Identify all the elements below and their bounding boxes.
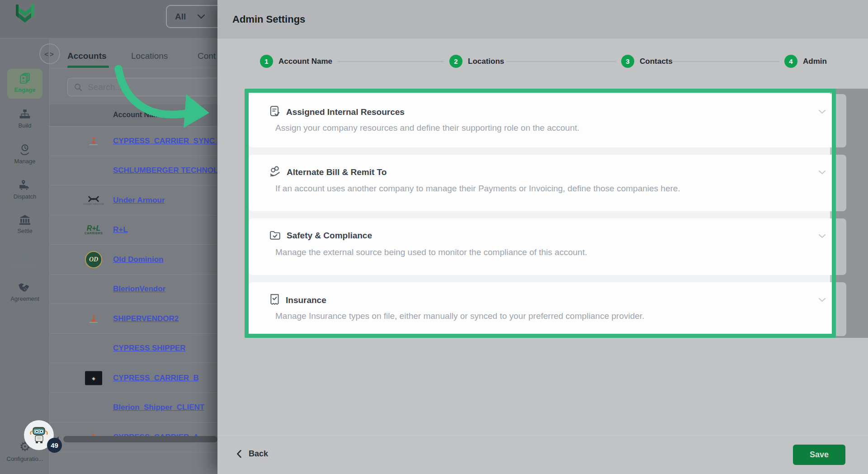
sidebar-item-label: Dispatch [14,193,37,200]
step-connector [337,61,444,62]
footer-divider [217,435,868,436]
account-link: R+L [113,225,128,234]
truck-pin-icon [19,179,31,191]
highlight-dim-overlay [834,89,868,338]
annotation-arrow [104,58,217,137]
sidebar-item-dispatch[interactable]: Dispatch [0,179,50,200]
step-label: Contacts [640,57,673,66]
sidebar-item-manage[interactable]: Manage [0,144,50,165]
cypress-logo [88,137,99,146]
step-number: 1 [260,55,273,68]
sidebar-item-label: Manage [14,158,36,165]
step-number: 3 [621,55,634,68]
accounts-table: CYPRESS_CARRIER_SYNC_TE SCHLUMBERGER TEC… [50,127,217,474]
search-icon [74,83,82,91]
sidebar-item-build[interactable]: Build [0,109,50,129]
chart-growth-icon [19,248,31,260]
tab-accounts[interactable]: Accounts [67,47,107,65]
step-admin[interactable]: 4 Admin [784,55,827,68]
dark-square-logo: ◈ [85,371,102,385]
table-row[interactable]: Blerion_Shipper_CLIENT [50,393,217,422]
clock-hand-icon [19,144,31,156]
table-row[interactable]: R+L CARRIERS R+L [50,215,217,245]
account-link: SCHLUMBERGER TECHNOLO [113,166,217,175]
account-link: Blerion_Shipper_CLIENT [113,403,204,412]
account-link: Under Armour [113,196,165,205]
rl-carriers-logo: R+L CARRIERS [85,225,103,235]
account-link: CYPRESS SHIPPER [113,344,186,353]
step-number: 4 [784,55,797,68]
sidebar-item-label: Analytics [13,262,37,269]
filter-all-dropdown[interactable]: All [166,5,225,28]
mastery-m-logo-icon [15,5,35,28]
brand-logo[interactable] [15,5,35,28]
sidebar-item-label: Engage [14,86,36,93]
table-row[interactable]: UNDER ARMOUR Under Armour [50,186,217,215]
step-label: Account Name [278,57,332,66]
filter-all-label: All [175,12,186,22]
table-row[interactable]: ◈ CYPRESS_CARRIER_B [50,364,217,393]
robot-mascot-icon [28,425,49,446]
chevron-down-icon [198,14,205,19]
bank-icon [19,214,31,225]
annotation-highlight-box [245,89,836,338]
back-button[interactable]: Back [237,449,268,459]
drawer-title: Admin Settings [232,14,305,25]
old-dominion-logo: OD [85,251,102,268]
sidebar-item-settle[interactable]: Settle [0,214,50,234]
sidebar-item-label: Agreement [10,295,39,302]
step-locations[interactable]: 2 Locations [449,55,504,68]
sidebar-item-label: Settle [17,228,32,234]
table-row[interactable]: SHIPERVENDOR2 [50,304,217,334]
account-link: CYPRESS_CARRIER_SYNC_TE [113,137,217,146]
account-link: BlerionVendor [113,284,165,294]
handshake-icon [18,282,32,293]
back-label: Back [249,449,268,459]
chevron-left-icon [237,450,241,458]
table-row[interactable]: BlerionVendor [50,275,217,304]
save-button[interactable]: Save [793,445,845,465]
account-link: CYPRESS_CARRIER_B [113,374,199,383]
badge-count: 49 [51,441,58,449]
step-number: 2 [449,55,462,68]
sidebar-item-agreement[interactable]: Agreement [0,282,50,302]
table-row[interactable]: OD Old Dominion [50,245,217,275]
sidebar-item-label: Configuratio... [7,455,43,462]
org-chart-icon [19,109,31,120]
step-connector [672,61,779,62]
screen: All Engage Build Ma [0,0,868,474]
drawer-header [217,0,868,38]
sidebar-item-analytics[interactable]: Analytics [0,248,50,269]
horizontal-scrollbar-thumb[interactable] [63,436,217,442]
notification-badge: 49 [47,438,62,453]
under-armour-logo: UNDER ARMOUR [83,195,104,205]
save-label: Save [810,450,829,460]
sidebar-item-label: Build [19,122,32,129]
step-label: Locations [468,57,504,66]
step-account-name[interactable]: 1 Account Name [260,55,332,68]
cypress-logo [88,314,99,323]
collapse-glyphs: <> [44,50,55,58]
step-connector [506,61,616,62]
tab-label: Accounts [67,51,107,61]
step-label: Admin [803,57,827,66]
account-link: SHIPERVENDOR2 [113,314,179,323]
step-contacts[interactable]: 3 Contacts [621,55,673,68]
table-row[interactable]: SCHLUMBERGER TECHNOLO [50,156,217,185]
sidebar-collapse-button[interactable]: <> [39,43,60,64]
table-row[interactable]: CYPRESS SHIPPER [50,334,217,363]
contact-cards-icon [19,72,31,84]
account-link: Old Dominion [113,255,163,264]
sidebar-item-engage[interactable]: Engage [0,72,50,93]
